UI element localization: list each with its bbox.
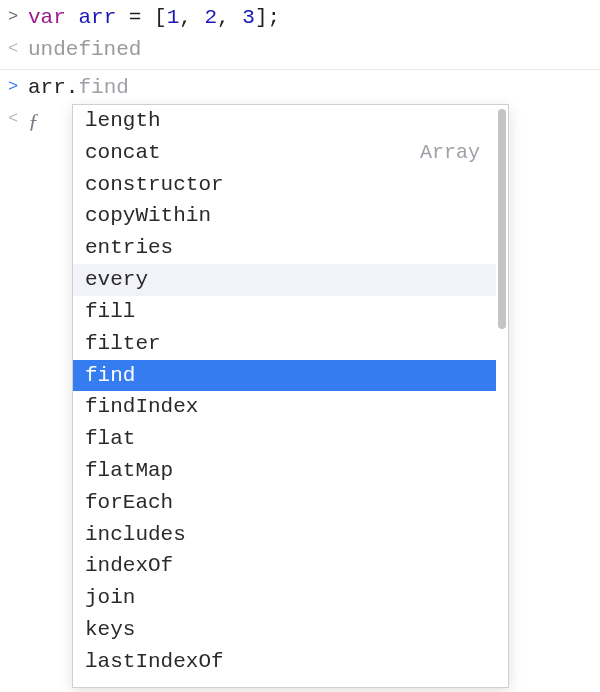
number-literal: 1: [167, 6, 180, 29]
bracket-open: [: [154, 6, 167, 29]
autocomplete-item-fill[interactable]: fill: [73, 296, 496, 328]
autocomplete-item-filter[interactable]: filter: [73, 328, 496, 360]
number-literal: 3: [242, 6, 255, 29]
autocomplete-item-lastIndexOf[interactable]: lastIndexOf: [73, 646, 496, 678]
autocomplete-item-keys[interactable]: keys: [73, 614, 496, 646]
autocomplete-item-length[interactable]: length: [73, 105, 496, 137]
autocomplete-item-every[interactable]: every: [73, 264, 496, 296]
scrollbar-track[interactable]: [496, 105, 508, 687]
bracket-close: ];: [255, 6, 280, 29]
scrollbar-thumb[interactable]: [498, 109, 506, 329]
completion-preview: find: [78, 76, 128, 99]
autocomplete-item-concat[interactable]: concatArray: [73, 137, 496, 169]
autocomplete-item-join[interactable]: join: [73, 582, 496, 614]
gutter-output-icon: <: [8, 36, 28, 58]
autocomplete-item-map[interactable]: map: [73, 678, 496, 687]
console-line-input-active[interactable]: > arr.find: [0, 72, 600, 104]
autocomplete-category-hint: Array: [420, 139, 480, 167]
autocomplete-item-indexOf[interactable]: indexOf: [73, 550, 496, 582]
dot-operator: .: [66, 76, 79, 99]
number-literal: 2: [204, 6, 217, 29]
gutter-output-icon: <: [8, 106, 28, 128]
keyword-var: var: [28, 6, 66, 29]
comma: ,: [179, 6, 204, 29]
autocomplete-item-forEach[interactable]: forEach: [73, 487, 496, 519]
autocomplete-popup[interactable]: lengthconcatArrayconstructorcopyWithinen…: [72, 104, 509, 688]
autocomplete-item-flat[interactable]: flat: [73, 423, 496, 455]
autocomplete-item-constructor[interactable]: constructor: [73, 169, 496, 201]
function-symbol: ƒ: [28, 108, 39, 133]
eager-eval-result: ƒ: [28, 106, 39, 137]
autocomplete-item-find[interactable]: find: [73, 360, 496, 392]
autocomplete-list[interactable]: lengthconcatArrayconstructorcopyWithinen…: [73, 105, 496, 687]
operator-assign: =: [116, 6, 154, 29]
console-line-output: < undefined: [0, 34, 600, 66]
autocomplete-item-includes[interactable]: includes: [73, 519, 496, 551]
autocomplete-item-copyWithin[interactable]: copyWithin: [73, 200, 496, 232]
comma: ,: [217, 6, 242, 29]
console-code-active[interactable]: arr.find: [28, 74, 129, 102]
result-undefined: undefined: [28, 36, 141, 64]
console-code: var arr = [1, 2, 3];: [28, 4, 280, 32]
gutter-input-active-icon: >: [8, 74, 28, 96]
autocomplete-item-entries[interactable]: entries: [73, 232, 496, 264]
console-line-input: > var arr = [1, 2, 3];: [0, 2, 600, 34]
identifier-arr: arr: [28, 76, 66, 99]
identifier-arr: arr: [78, 6, 116, 29]
space: [66, 6, 79, 29]
autocomplete-item-findIndex[interactable]: findIndex: [73, 391, 496, 423]
gutter-input-icon: >: [8, 4, 28, 26]
autocomplete-item-flatMap[interactable]: flatMap: [73, 455, 496, 487]
